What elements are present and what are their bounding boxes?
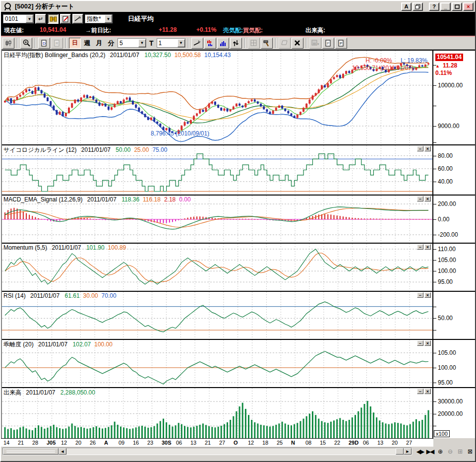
h-scrollbar[interactable]: ◀ ▶ <box>2 448 412 455</box>
scroll-page-button[interactable] <box>396 448 404 455</box>
page-print-button[interactable]: P <box>335 38 347 49</box>
volume-header: 出来高 2011/01/07 2,288,050.00 <box>3 389 95 397</box>
chart-nav-icons: ◀▶▶◀⊕⊖⊞⊠ <box>416 448 474 455</box>
main-chart-plot[interactable]: 日経平均(指数) Bollinger_Bands (20,2) 2011/01/… <box>2 51 432 144</box>
scroll-left-button[interactable]: ◀ <box>59 448 66 455</box>
panel-close-button[interactable]: × <box>424 292 431 298</box>
panel-close-button[interactable]: × <box>424 389 431 394</box>
minutes-select[interactable]: 5 ▼ <box>118 38 146 48</box>
enter-button[interactable]: ↵ <box>35 14 46 24</box>
code-input[interactable]: 0101 ▼ <box>3 14 34 23</box>
rsi-axis: 50.00 <box>432 292 475 339</box>
volume-plot[interactable]: 出来高 2011/01/07 2,288,050.00 −× <box>2 388 432 438</box>
maximize-button[interactable] <box>452 2 462 11</box>
chart-toolbar: D R 日 週 月 分 5 ▼ T 1 ▼ <box>1 37 475 50</box>
scroll-right-button[interactable]: ▶ <box>404 448 412 455</box>
new-page-button[interactable]: D <box>38 38 50 49</box>
x-axis-label: 30S <box>162 440 172 446</box>
code-dropdown-icon[interactable]: ▼ <box>26 15 33 23</box>
save-button[interactable]: ▾ <box>309 38 321 49</box>
panel-minimize-button[interactable]: − <box>417 340 423 346</box>
panel-close-button[interactable]: × <box>424 146 431 151</box>
zoom-in-icon[interactable]: ⊕ <box>436 448 444 455</box>
indicator-value: 116.18 <box>143 196 161 203</box>
panel-minimize-button[interactable]: − <box>417 196 423 201</box>
h-scrollbar-thumb[interactable] <box>3 448 59 455</box>
panel-close-button[interactable]: × <box>424 244 431 250</box>
pan-horizontal-icon[interactable]: ◀▶ <box>416 448 424 455</box>
volume-histogram-button[interactable] <box>217 38 229 49</box>
period-minute-button[interactable]: 分 <box>106 38 117 48</box>
kairi-plot[interactable]: 乖離度 (20) 2011/01/07 102.07100.00 −× <box>2 340 432 387</box>
panel-minimize-button[interactable]: − <box>417 146 423 151</box>
panel-close-button[interactable]: × <box>424 340 431 346</box>
psychological-plot[interactable]: サイコロジカルライン (12) 2011/01/07 50.0025.0075.… <box>2 145 432 195</box>
period-monthly-button[interactable]: 月 <box>94 38 105 48</box>
axis-label: 105.00 <box>438 349 456 356</box>
restore-page-button[interactable]: R <box>51 38 63 49</box>
x-axis-label: 28 <box>32 440 38 446</box>
period-weekly-button[interactable]: 週 <box>82 38 93 48</box>
axis-tick <box>433 142 436 143</box>
indicator-value: 50.00 <box>116 146 130 153</box>
x-axis-label: 23 <box>147 440 153 446</box>
axis-tick <box>433 219 436 220</box>
copy-window-icon <box>415 4 420 9</box>
indicator-value: 0.00 <box>179 196 190 203</box>
tick-select[interactable]: 1 ▼ <box>157 38 185 48</box>
help-button[interactable]: ? <box>429 2 439 11</box>
index-dropdown-icon[interactable]: ▼ <box>105 15 112 23</box>
panel-layout-icon[interactable]: ⊞ <box>456 448 464 455</box>
indicator-date: 2011/01/07 <box>26 389 55 396</box>
x-axis-label: 20 <box>75 440 81 446</box>
tick-value: 1 <box>159 40 162 47</box>
axis-label: 9000.00 <box>438 123 459 130</box>
axis-tick <box>433 260 436 261</box>
scale-updown-button[interactable] <box>230 38 242 49</box>
settings-button[interactable] <box>261 38 273 49</box>
window-bottom-edge <box>1 460 475 461</box>
momentum-plot[interactable]: Momentum (5,5) 2011/01/07 101.90100.89 −… <box>2 244 432 291</box>
axis-tick <box>433 182 436 182</box>
indicator-histogram-button[interactable] <box>204 38 216 49</box>
macd-plot[interactable]: MACD_EMA_Signal (12,26,9) 2011/01/07 118… <box>2 196 432 243</box>
x-axis-label: 16 <box>133 440 139 446</box>
panel-minimize-button[interactable]: − <box>417 244 423 250</box>
svg-text:D: D <box>43 41 46 46</box>
grid-layout-button[interactable] <box>248 38 260 49</box>
zoom-button[interactable] <box>20 38 32 49</box>
panel-minimize-button[interactable]: − <box>417 292 423 298</box>
minutes-dropdown-icon[interactable]: ▼ <box>138 39 146 47</box>
quote-panel: 0101 ▼ ↵ 指数* ▼ 日経平均 現在値: 10,541.04 →前日比: <box>1 12 475 37</box>
period-daily-button[interactable]: 日 <box>69 38 81 49</box>
x-axis-label: 27 <box>406 440 412 446</box>
close-button[interactable]: × <box>463 2 474 11</box>
compress-bars-icon[interactable]: ▶◀ <box>426 448 434 455</box>
index-select[interactable]: 指数* ▼ <box>85 14 113 23</box>
close-chart-icon[interactable]: ⊠ <box>466 448 474 455</box>
x-axis-labels: 142128J05122026A09162330S06132127O121825… <box>1 438 433 447</box>
panel-minimize-button[interactable]: − <box>417 389 423 394</box>
index-select-value: 指数* <box>87 15 101 23</box>
axis-label: 200.00 <box>438 200 456 207</box>
memo-button[interactable] <box>60 14 71 24</box>
delete-button[interactable] <box>292 38 303 49</box>
search-button[interactable] <box>48 14 59 24</box>
axis-tick <box>433 353 436 353</box>
font-button[interactable]: A <box>401 2 412 11</box>
copy-window-button[interactable] <box>413 2 423 11</box>
draw-erase-button[interactable] <box>72 14 83 24</box>
panel-close-button[interactable]: × <box>424 196 431 201</box>
main-axis: 10541.04 ▲11.28 0.11% 10000.009000.00 <box>432 51 475 144</box>
minimize-button[interactable]: _ <box>440 2 451 11</box>
page-prop-button[interactable]: P <box>322 38 334 49</box>
indicator-date: 2011/01/07 <box>30 292 60 299</box>
tick-dropdown-icon[interactable]: ▼ <box>178 39 185 47</box>
indicator-value: 30.00 <box>83 292 98 299</box>
x-axis-label: 26 <box>90 440 96 446</box>
trendline-button[interactable] <box>191 38 203 49</box>
zoom-out-icon[interactable]: ⊖ <box>446 448 454 455</box>
candle-chart-button[interactable] <box>2 38 14 49</box>
eraser-button[interactable] <box>279 38 291 49</box>
rsi-plot[interactable]: RSI (14) 2011/01/07 61.6130.0070.00 −× <box>2 292 432 339</box>
